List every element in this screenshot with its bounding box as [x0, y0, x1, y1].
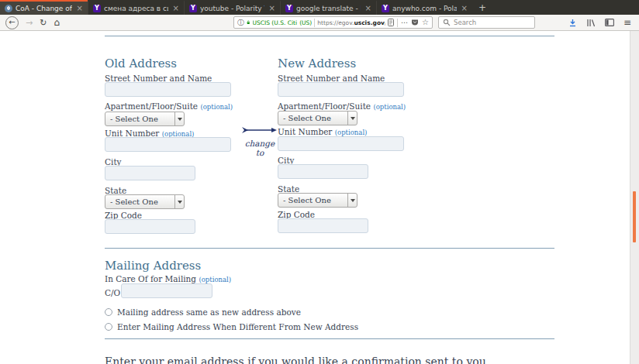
radio-mailing-same[interactable]: [105, 308, 112, 316]
tab-google-translate[interactable]: Y google translate - Polari ×: [280, 0, 376, 15]
new-apt-select[interactable]: - Select One: [278, 111, 357, 125]
chevron-down-icon: [174, 112, 184, 125]
close-icon[interactable]: ×: [268, 5, 275, 12]
old-address-heading: Old Address: [105, 57, 177, 70]
search-input[interactable]: [454, 19, 523, 26]
toolbar-right-icons: ≡: [568, 15, 631, 30]
url-prefix: https://egov.: [317, 19, 354, 26]
section-divider: [105, 338, 554, 339]
close-icon[interactable]: ×: [171, 5, 179, 12]
change-to-label: change to: [243, 139, 277, 157]
yahoo-favicon-icon: Y: [285, 5, 293, 12]
scrollbar-thumb[interactable]: [633, 191, 636, 242]
optional-tag: (optional): [335, 129, 368, 136]
old-apt-label: Apartment/Floor/Suite (optional): [105, 101, 233, 111]
downloads-icon[interactable]: [568, 19, 577, 27]
library-icon[interactable]: [586, 19, 596, 27]
care-of-label: In Care Of for Mailing (optional): [105, 274, 231, 283]
new-zip-input[interactable]: [278, 218, 368, 233]
site-identity-label[interactable]: USCIS (U.S. Citizenship and I…: [253, 19, 298, 26]
browser-window: CoA - Change of Address × Y смена адреса…: [0, 0, 639, 364]
url-domain: uscis.gov: [354, 19, 385, 26]
scrollbar-track[interactable]: [630, 31, 639, 364]
info-icon[interactable]: ⓘ: [237, 19, 244, 26]
home-button[interactable]: ⌂: [54, 18, 60, 27]
chevron-down-icon: [174, 195, 184, 208]
optional-tag: (optional): [373, 103, 406, 111]
yahoo-favicon-icon: Y: [189, 5, 197, 12]
new-apt-label: Apartment/Floor/Suite (optional): [278, 101, 406, 111]
section-divider: [105, 36, 554, 36]
new-state-select[interactable]: - Select One: [278, 193, 357, 208]
back-button[interactable]: ←: [5, 16, 19, 29]
urlbar-separator: [397, 19, 398, 27]
sidebar-icon[interactable]: [605, 19, 614, 26]
radio-mailing-same-label[interactable]: Mailing address same as new address abov…: [117, 307, 301, 317]
tab-coa-change-of-address[interactable]: CoA - Change of Address ×: [0, 0, 88, 15]
page-content: Old Address Street Number and Name Apart…: [0, 31, 630, 364]
nav-buttons: ← → ↻ ⌂: [5, 15, 60, 30]
new-street-input[interactable]: [278, 82, 404, 97]
close-icon[interactable]: ×: [75, 5, 83, 12]
bookmark-star-icon[interactable]: ☆: [422, 19, 429, 26]
menu-icon[interactable]: ≡: [623, 18, 631, 27]
old-city-input[interactable]: [105, 166, 195, 180]
tab-youtube-polarity[interactable]: Y youtube - Polarity Yahoo ×: [184, 0, 280, 15]
url-path: /coa/addressChange.do: [385, 19, 385, 26]
uscis-favicon-icon: [5, 5, 12, 12]
old-street-input[interactable]: [105, 82, 231, 97]
section-divider: [105, 248, 554, 249]
radio-mailing-different[interactable]: [105, 323, 112, 331]
yahoo-favicon-icon: Y: [93, 5, 101, 12]
old-zip-input[interactable]: [105, 219, 195, 234]
urlbar-action-icons: ⋯ ☆: [388, 19, 429, 27]
tab-anywho[interactable]: Y anywho.com - Polarity Y ×: [376, 0, 472, 15]
new-address-heading: New Address: [278, 57, 356, 70]
yahoo-favicon-icon: Y: [382, 5, 389, 12]
tab-bar: CoA - Change of Address × Y смена адреса…: [0, 0, 639, 15]
new-unit-label: Unit Number (optional): [278, 127, 367, 136]
optional-tag: (optional): [200, 103, 233, 111]
old-unit-input[interactable]: [105, 137, 231, 152]
co-prefix-label: C/O: [105, 288, 120, 297]
navigation-toolbar: ← → ↻ ⌂ ⓘ USCIS (U.S. Citizenship and I……: [0, 15, 639, 31]
url-bar[interactable]: ⓘ USCIS (U.S. Citizenship and I… (US) ht…: [233, 16, 433, 29]
reader-mode-icon[interactable]: [388, 19, 394, 26]
new-city-input[interactable]: [278, 164, 368, 179]
urlbar-separator: [314, 19, 315, 27]
close-icon[interactable]: ×: [364, 5, 371, 12]
new-unit-input[interactable]: [278, 136, 404, 151]
forward-button[interactable]: →: [26, 19, 33, 27]
search-icon: [443, 19, 451, 26]
url-text[interactable]: https://egov.uscis.gov/coa/addressChange…: [317, 19, 385, 26]
new-tab-button[interactable]: +: [472, 0, 492, 15]
email-confirmation-text: Enter your email address if you would li…: [105, 355, 486, 364]
close-icon[interactable]: ×: [460, 5, 468, 12]
chevron-down-icon: [347, 194, 357, 207]
old-apt-select[interactable]: - Select One: [105, 112, 185, 126]
chevron-down-icon: [347, 112, 357, 125]
tab-title: google translate - Polari: [296, 5, 361, 12]
mailing-address-heading: Mailing Address: [105, 259, 201, 273]
tab-title: смена адреса в сша - Ya: [104, 5, 168, 12]
tab-title: youtube - Polarity Yahoo: [200, 5, 264, 12]
reload-button[interactable]: ↻: [40, 19, 47, 27]
change-arrow-icon: [240, 126, 278, 134]
search-bar[interactable]: [438, 16, 535, 29]
radio-mailing-different-label[interactable]: Enter Mailing Address When Different Fro…: [117, 322, 358, 331]
page-actions-icon[interactable]: ⋯: [401, 19, 408, 26]
old-state-select[interactable]: - Select One: [105, 194, 185, 209]
lock-icon: [247, 19, 250, 26]
tab-title: CoA - Change of Address: [16, 5, 72, 12]
tab-smena-adresa[interactable]: Y смена адреса в сша - Ya ×: [88, 0, 184, 15]
tab-title: anywho.com - Polarity Y: [392, 5, 457, 12]
site-identity-country: (US): [299, 19, 312, 26]
care-of-input[interactable]: [121, 283, 212, 298]
pocket-icon[interactable]: [411, 19, 419, 26]
optional-tag: (optional): [199, 276, 231, 283]
